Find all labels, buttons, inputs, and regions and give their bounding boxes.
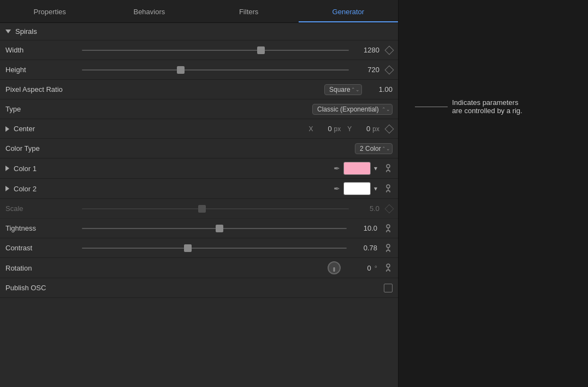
svg-point-20 [387,264,390,267]
controls-color1: ✒ ▾ [82,162,393,175]
value-par: 1.00 [365,85,393,93]
value-tightness: 10.0 [350,224,377,232]
select-par[interactable]: Square [324,84,362,95]
label-width: Width [5,46,82,54]
label-y: Y [347,125,352,133]
row-type: Type Classic (Exponential) [0,99,398,119]
dropdown-color1[interactable]: ▾ [374,165,377,172]
section-title: Spirals [15,27,37,36]
label-pixel-aspect-ratio: Pixel Aspect Ratio [5,85,82,93]
controls-contrast: 0.78 [82,243,393,254]
slider-width[interactable] [82,45,349,56]
controls-pixel-aspect-ratio: Square 1.00 [82,84,393,95]
right-panel: Indicates parameters are controlled by a… [399,0,588,387]
properties-panel: Properties Behaviors Filters Generator S… [0,0,399,387]
row-color-type: Color Type 2 Color [0,139,398,159]
label-color2: Color 2 [14,185,37,193]
row-scale: Scale 5.0 [0,199,398,219]
rig-icon-tightness [384,224,393,233]
label-scale: Scale [5,204,82,213]
rig-icon-color1 [384,164,393,173]
value-x: 0 [316,125,332,133]
row-tightness: Tightness 10.0 [0,219,398,238]
controls-color2: ✒ ▾ [82,182,393,195]
controls-type: Classic (Exponential) [82,104,393,115]
label-type: Type [5,105,82,113]
keyframe-height[interactable] [385,65,394,74]
dropdown-color2[interactable]: ▾ [374,185,377,192]
eyedropper-color1[interactable]: ✒ [334,164,340,173]
row-width: Width 1280 [0,40,398,60]
callout-line1: Indicates parameters are controlled by a… [452,98,522,115]
controls-scale: 5.0 [82,203,393,214]
label-center: Center [14,125,35,133]
unit-rotation: ° [375,264,377,272]
swatch-color2[interactable] [343,182,371,195]
svg-point-0 [387,165,390,168]
rotation-dial[interactable] [328,261,341,274]
keyframe-scale[interactable] [385,204,394,213]
svg-point-10 [387,225,390,228]
label-height: Height [5,66,82,74]
callout-text: Indicates parameters are controlled by a… [452,98,522,115]
controls-center: X 0 px Y 0 px [82,125,393,133]
expand-center-icon[interactable] [5,126,9,132]
select-wrapper-type: Classic (Exponential) [312,104,393,115]
callout: Indicates parameters are controlled by a… [415,98,522,115]
eyedropper-color2[interactable]: ✒ [334,184,340,193]
label-rotation: Rotation [5,264,82,272]
svg-point-15 [387,244,390,248]
rig-icon-rotation [384,263,393,272]
tab-filters[interactable]: Filters [199,2,299,22]
expand-color2-icon[interactable] [5,186,9,191]
row-contrast: Contrast 0.78 [0,238,398,258]
swatch-color1[interactable] [343,162,371,175]
label-color-type: Color Type [5,144,82,153]
tab-behaviors[interactable]: Behaviors [99,2,199,22]
select-type[interactable]: Classic (Exponential) [312,104,393,115]
controls-rotation: 0 ° [82,261,393,274]
keyframe-width[interactable] [385,45,394,55]
label-color1: Color 1 [14,165,37,173]
value-height: 720 [352,66,379,74]
controls-height: 720 [82,64,393,75]
label-tightness: Tightness [5,224,82,232]
label-x: X [309,125,313,133]
unit-y: px [372,125,379,133]
checkbox-publish-osc[interactable] [384,284,393,292]
tab-bar: Properties Behaviors Filters Generator [0,0,398,23]
tab-properties[interactable]: Properties [0,2,99,22]
expand-color1-icon[interactable] [5,166,9,171]
controls-color-type: 2 Color [82,143,393,154]
row-publish-osc: Publish OSC [0,278,398,298]
svg-point-5 [387,185,390,188]
slider-tightness[interactable] [82,223,347,234]
value-width: 1280 [352,46,379,54]
row-center: Center X 0 px Y 0 px [0,119,398,139]
select-color-type[interactable]: 2 Color [355,143,393,154]
unit-x: px [334,125,341,133]
keyframe-center[interactable] [385,124,394,133]
label-contrast: Contrast [5,244,82,252]
section-spirals[interactable]: Spirals [0,23,398,40]
slider-scale[interactable] [82,203,349,214]
select-wrapper-par: Square [324,84,362,95]
controls-width: 1280 [82,45,393,56]
slider-height[interactable] [82,64,349,75]
value-y: 0 [354,125,370,133]
value-contrast: 0.78 [350,244,377,252]
row-rotation: Rotation 0 ° [0,258,398,278]
controls-tightness: 10.0 [82,223,393,234]
row-color2: Color 2 ✒ ▾ [0,179,398,199]
callout-line: Indicates parameters are controlled by a… [415,98,522,115]
tab-generator[interactable]: Generator [299,2,398,22]
panel-content: Spirals Width 1280 Height [0,23,398,387]
value-scale: 5.0 [352,204,379,213]
slider-contrast[interactable] [82,243,347,254]
coord-group-center: X 0 px Y 0 px [82,125,379,133]
select-wrapper-color-type: 2 Color [355,143,393,154]
label-publish-osc: Publish OSC [5,284,82,292]
collapse-icon [5,30,11,33]
value-rotation: 0 [344,264,371,272]
callout-arrow-line [415,107,448,107]
